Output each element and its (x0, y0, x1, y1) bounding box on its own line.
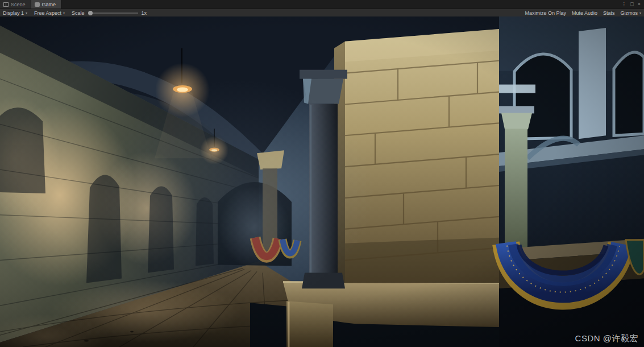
aspect-label: Free Aspect (34, 10, 61, 16)
scale-slider-track (88, 13, 138, 14)
scale-slider[interactable] (88, 10, 138, 16)
gizmos-label: Gizmos (620, 10, 638, 16)
display-label: Display 1 (3, 10, 24, 16)
chevron-down-icon: ▾ (26, 11, 27, 15)
float-window-icon[interactable]: □ (630, 2, 633, 7)
watermark: CSDN @许毅宏 (575, 333, 638, 344)
gizmos-dropdown[interactable]: Gizmos ▾ (620, 10, 641, 16)
game-viewport[interactable]: CSDN @许毅宏 (0, 16, 644, 347)
close-icon[interactable]: × (638, 2, 641, 7)
mute-audio-button[interactable]: Mute Audio (572, 10, 597, 16)
aspect-dropdown[interactable]: Free Aspect ▾ (34, 10, 65, 16)
scene-render (0, 16, 644, 347)
scale-slider-handle[interactable] (88, 11, 93, 15)
unity-game-window: Scene Game ⋮ □ × Display 1 ▾ Free Aspect… (0, 0, 644, 347)
tab-bar: Scene Game ⋮ □ × (0, 0, 644, 9)
tab-game-label: Game (42, 2, 56, 7)
tab-game[interactable]: Game (31, 0, 62, 9)
mute-audio-label: Mute Audio (572, 10, 597, 16)
vignette (0, 16, 644, 347)
tab-scene-label: Scene (11, 2, 26, 7)
display-dropdown[interactable]: Display 1 ▾ (3, 10, 27, 16)
game-icon (35, 2, 40, 7)
tab-scene[interactable]: Scene (0, 0, 31, 9)
scene-icon (3, 2, 9, 7)
maximize-on-play-label: Maximize On Play (525, 10, 566, 16)
maximize-on-play-button[interactable]: Maximize On Play (525, 10, 566, 16)
chevron-down-icon: ▾ (639, 11, 641, 15)
scale-value: 1x (142, 10, 147, 16)
stats-button[interactable]: Stats (603, 10, 615, 16)
scale-label: Scale (72, 10, 85, 16)
game-view-toolbar: Display 1 ▾ Free Aspect ▾ Scale 1x Maxim… (0, 9, 644, 17)
window-controls: ⋮ □ × (618, 0, 644, 9)
scale-control: Scale 1x (72, 10, 147, 16)
stats-label: Stats (603, 10, 615, 16)
chevron-down-icon: ▾ (63, 11, 65, 15)
menu-icon[interactable]: ⋮ (621, 2, 626, 7)
